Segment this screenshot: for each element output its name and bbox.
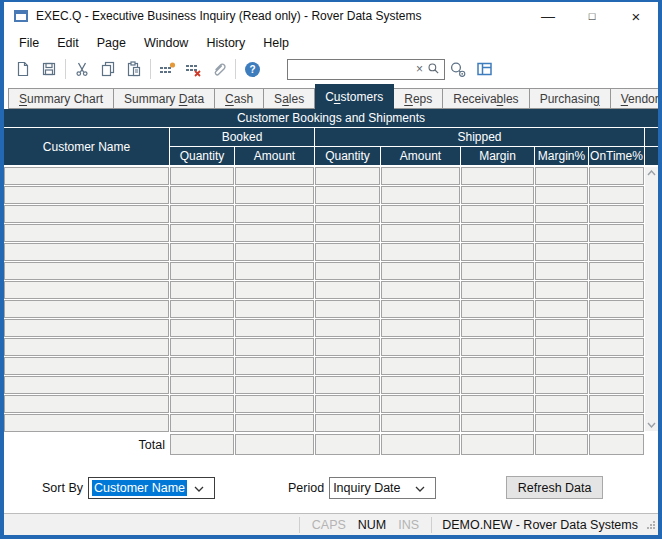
- empty-cell[interactable]: [461, 224, 534, 242]
- column-header-booked-quantity[interactable]: Quantity: [170, 147, 234, 165]
- empty-cell[interactable]: [315, 319, 380, 337]
- empty-cell[interactable]: [381, 186, 460, 204]
- empty-cell[interactable]: [589, 414, 644, 432]
- empty-cell[interactable]: [461, 167, 534, 185]
- empty-cell[interactable]: [170, 395, 234, 413]
- empty-cell[interactable]: [535, 243, 588, 261]
- vertical-scrollbar[interactable]: [645, 167, 658, 431]
- empty-cell[interactable]: [4, 167, 169, 185]
- empty-cell[interactable]: [381, 300, 460, 318]
- empty-cell[interactable]: [381, 376, 460, 394]
- empty-cell[interactable]: [535, 167, 588, 185]
- tab-summary-data[interactable]: Summary Data: [114, 88, 215, 109]
- empty-cell[interactable]: [315, 186, 380, 204]
- maximize-button[interactable]: □: [570, 2, 614, 30]
- tab-cash[interactable]: Cash: [215, 88, 264, 109]
- empty-cell[interactable]: [170, 281, 234, 299]
- attachment-button[interactable]: [206, 57, 232, 81]
- empty-cell[interactable]: [461, 300, 534, 318]
- empty-cell[interactable]: [535, 395, 588, 413]
- empty-cell[interactable]: [4, 186, 169, 204]
- empty-cell[interactable]: [170, 167, 234, 185]
- copy-button[interactable]: [95, 57, 121, 81]
- empty-cell[interactable]: [4, 376, 169, 394]
- empty-cell[interactable]: [235, 167, 314, 185]
- empty-cell[interactable]: [315, 376, 380, 394]
- empty-cell[interactable]: [235, 186, 314, 204]
- empty-cell[interactable]: [4, 395, 169, 413]
- column-header-customer-name[interactable]: Customer Name: [4, 128, 169, 165]
- empty-cell[interactable]: [170, 224, 234, 242]
- empty-cell[interactable]: [461, 262, 534, 280]
- empty-cell[interactable]: [235, 338, 314, 356]
- search-input[interactable]: [288, 61, 413, 78]
- insert-row-button[interactable]: [154, 57, 180, 81]
- empty-cell[interactable]: [535, 224, 588, 242]
- empty-cell[interactable]: [381, 243, 460, 261]
- empty-cell[interactable]: [235, 357, 314, 375]
- empty-cell[interactable]: [589, 338, 644, 356]
- menu-history[interactable]: History: [197, 33, 254, 53]
- tab-summary-chart[interactable]: Summary Chart: [8, 88, 114, 109]
- empty-cell[interactable]: [589, 357, 644, 375]
- empty-cell[interactable]: [589, 243, 644, 261]
- tab-customers[interactable]: Customers: [315, 84, 394, 109]
- empty-cell[interactable]: [235, 205, 314, 223]
- empty-cell[interactable]: [535, 319, 588, 337]
- empty-cell[interactable]: [535, 376, 588, 394]
- column-header-booked-amount[interactable]: Amount: [235, 147, 314, 165]
- empty-cell[interactable]: [381, 357, 460, 375]
- empty-cell[interactable]: [315, 300, 380, 318]
- empty-cell[interactable]: [170, 205, 234, 223]
- menu-edit[interactable]: Edit: [48, 33, 88, 53]
- empty-cell[interactable]: [4, 281, 169, 299]
- empty-cell[interactable]: [315, 167, 380, 185]
- empty-cell[interactable]: [535, 186, 588, 204]
- empty-cell[interactable]: [4, 224, 169, 242]
- empty-cell[interactable]: [4, 414, 169, 432]
- empty-cell[interactable]: [4, 319, 169, 337]
- empty-cell[interactable]: [381, 224, 460, 242]
- menu-window[interactable]: Window: [135, 33, 197, 53]
- tab-vendors[interactable]: Vendors: [611, 88, 662, 109]
- empty-cell[interactable]: [461, 281, 534, 299]
- empty-cell[interactable]: [381, 167, 460, 185]
- empty-cell[interactable]: [381, 281, 460, 299]
- find-view-button[interactable]: [445, 57, 471, 81]
- empty-cell[interactable]: [235, 243, 314, 261]
- empty-cell[interactable]: [315, 262, 380, 280]
- empty-cell[interactable]: [170, 319, 234, 337]
- empty-cell[interactable]: [170, 338, 234, 356]
- paste-button[interactable]: [121, 57, 147, 81]
- empty-cell[interactable]: [535, 205, 588, 223]
- save-button[interactable]: [36, 57, 62, 81]
- empty-cell[interactable]: [589, 224, 644, 242]
- search-icon[interactable]: [426, 59, 444, 79]
- empty-cell[interactable]: [589, 319, 644, 337]
- empty-cell[interactable]: [589, 395, 644, 413]
- tab-receivables[interactable]: Receivables: [443, 88, 529, 109]
- empty-cell[interactable]: [381, 338, 460, 356]
- layout-button[interactable]: [471, 57, 497, 81]
- empty-cell[interactable]: [535, 300, 588, 318]
- close-button[interactable]: ×: [614, 2, 658, 30]
- empty-cell[interactable]: [535, 357, 588, 375]
- empty-cell[interactable]: [235, 224, 314, 242]
- empty-cell[interactable]: [4, 357, 169, 375]
- empty-cell[interactable]: [315, 281, 380, 299]
- empty-cell[interactable]: [535, 338, 588, 356]
- empty-cell[interactable]: [381, 395, 460, 413]
- empty-cell[interactable]: [461, 376, 534, 394]
- empty-cell[interactable]: [535, 281, 588, 299]
- menu-page[interactable]: Page: [88, 33, 135, 53]
- menu-file[interactable]: File: [10, 33, 48, 53]
- empty-cell[interactable]: [170, 186, 234, 204]
- empty-cell[interactable]: [235, 262, 314, 280]
- empty-cell[interactable]: [4, 243, 169, 261]
- empty-cell[interactable]: [461, 186, 534, 204]
- scroll-down-icon[interactable]: [647, 422, 656, 428]
- empty-cell[interactable]: [170, 376, 234, 394]
- empty-cell[interactable]: [589, 376, 644, 394]
- empty-cell[interactable]: [170, 262, 234, 280]
- empty-cell[interactable]: [461, 319, 534, 337]
